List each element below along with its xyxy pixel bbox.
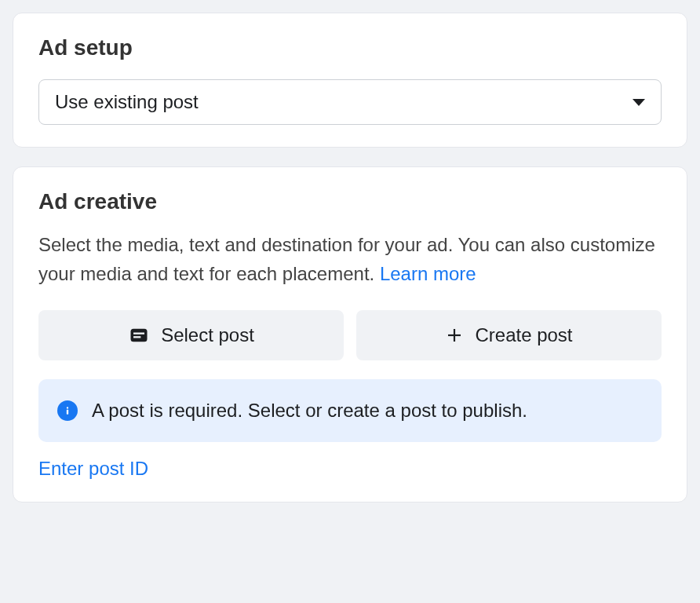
caret-down-icon: [633, 99, 645, 106]
ad-creative-title: Ad creative: [38, 189, 662, 214]
ad-setup-dropdown-value: Use existing post: [55, 91, 199, 113]
plus-icon: [445, 326, 464, 345]
ad-creative-description-text: Select the media, text and destination f…: [38, 234, 655, 284]
svg-rect-1: [133, 333, 144, 334]
svg-rect-0: [131, 329, 148, 342]
select-post-label: Select post: [161, 324, 254, 346]
svg-rect-2: [133, 337, 140, 338]
learn-more-link[interactable]: Learn more: [380, 263, 476, 284]
info-icon: [57, 400, 78, 421]
ad-setup-card: Ad setup Use existing post: [13, 13, 687, 148]
info-message-text: A post is required. Select or create a p…: [92, 400, 527, 422]
enter-post-id-link[interactable]: Enter post ID: [38, 458, 148, 479]
create-post-label: Create post: [475, 324, 572, 346]
ad-creative-description: Select the media, text and destination f…: [38, 230, 662, 288]
post-card-icon: [128, 324, 150, 346]
select-post-button[interactable]: Select post: [38, 310, 344, 360]
post-required-info: A post is required. Select or create a p…: [38, 379, 662, 442]
ad-creative-card: Ad creative Select the media, text and d…: [13, 166, 687, 502]
svg-point-5: [67, 407, 68, 409]
create-post-button[interactable]: Create post: [356, 310, 662, 360]
post-action-row: Select post Create post: [38, 310, 662, 360]
ad-setup-dropdown[interactable]: Use existing post: [38, 79, 662, 125]
ad-setup-title: Ad setup: [38, 35, 662, 60]
svg-rect-6: [67, 410, 68, 415]
